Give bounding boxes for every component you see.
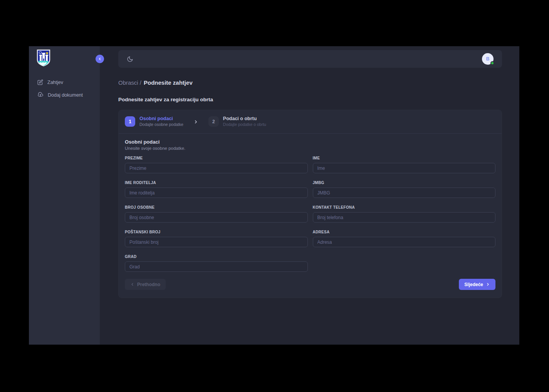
field-broj-osobne: BROJ OSOBNE	[125, 205, 308, 223]
app-window: Zahtjev Dodaj dokument B Obrasci / Podne…	[29, 46, 519, 345]
field-label: POŠTANSKI BROJ	[125, 230, 308, 234]
wizard-stepper: 1 Osobni podaci Dodajte osobne podatke 2…	[119, 110, 502, 134]
step-number-badge: 2	[208, 116, 219, 127]
field-kontakt-telefona: KONTAKT TELEFONA	[313, 205, 496, 223]
next-button-label: Sljedeće	[464, 282, 483, 287]
sidebar-item-label: Dodaj dokument	[48, 92, 83, 98]
main-content: B Obrasci / Podnesite zahtjev Podnesite …	[100, 46, 519, 345]
previous-button[interactable]: Prethodno	[125, 279, 166, 290]
previous-button-label: Prethodno	[137, 282, 160, 287]
field-grid: PREZIME IME IME RODITELJA JMBG	[125, 156, 495, 272]
sidebar-collapse-button[interactable]	[96, 55, 104, 63]
sidebar-nav: Zahtjev Dodaj dokument	[29, 76, 100, 101]
section-title: Osobni podaci	[125, 139, 495, 145]
chevron-left-icon	[130, 282, 134, 286]
broj-osobne-input[interactable]	[125, 212, 308, 223]
field-postanski-broj: POŠTANSKI BROJ	[125, 230, 308, 247]
field-label: JMBG	[313, 181, 496, 185]
chevron-left-icon	[98, 57, 102, 61]
step-number-badge: 1	[125, 116, 135, 127]
field-label: PREZIME	[125, 156, 308, 160]
online-status-dot	[490, 61, 494, 65]
app-logo	[29, 46, 100, 67]
form-body: Osobni podaci Unesite svoje osobne podat…	[119, 134, 502, 298]
form-card: 1 Osobni podaci Dodajte osobne podatke 2…	[118, 110, 502, 298]
edit-icon	[37, 79, 43, 85]
field-prezime: PREZIME	[125, 156, 308, 173]
step-title: Osobni podaci	[139, 116, 183, 122]
step-subtitle: Dodajte podatke o obrtu	[223, 122, 266, 127]
sidebar-item-zahtjev[interactable]: Zahtjev	[29, 76, 100, 89]
sidebar-item-label: Zahtjev	[47, 80, 63, 85]
adresa-input[interactable]	[313, 237, 496, 247]
field-label: GRAD	[125, 255, 308, 259]
field-grad: GRAD	[125, 255, 308, 272]
prezime-input[interactable]	[125, 163, 308, 173]
field-label: IME	[313, 156, 496, 160]
field-ime-roditelja: IME RODITELJA	[125, 181, 308, 198]
step-title: Podaci o obrtu	[223, 116, 266, 122]
field-label: KONTAKT TELEFONA	[313, 205, 496, 209]
grad-input[interactable]	[125, 261, 308, 272]
jmbg-input[interactable]	[313, 188, 496, 198]
chevron-right-icon	[486, 282, 490, 286]
step-osobni-podaci[interactable]: 1 Osobni podaci Dodajte osobne podatke	[125, 116, 183, 127]
field-ime: IME	[313, 156, 496, 173]
breadcrumb: Obrasci / Podnesite zahtjev	[118, 79, 519, 86]
field-label: ADRESA	[313, 230, 496, 234]
page-title: Podnesite zahtjev za registraciju obrta	[118, 97, 519, 102]
next-button[interactable]: Sljedeće	[459, 279, 495, 290]
sidebar-item-dodaj-dokument[interactable]: Dodaj dokument	[29, 89, 100, 101]
form-actions: Prethodno Sljedeće	[125, 279, 495, 290]
cloud-upload-icon	[37, 92, 44, 98]
topbar: B	[118, 50, 502, 68]
step-podaci-o-obrtu[interactable]: 2 Podaci o obrtu Dodajte podatke o obrtu	[208, 116, 266, 127]
ime-input[interactable]	[313, 163, 496, 173]
moon-icon	[127, 56, 133, 62]
chevron-right-icon	[193, 119, 198, 124]
coat-of-arms-icon	[37, 49, 50, 67]
section-subtitle: Unesite svoje osobne podatke.	[125, 146, 495, 151]
field-label: BROJ OSOBNE	[125, 205, 308, 209]
field-label: IME RODITELJA	[125, 181, 308, 185]
field-adresa: ADRESA	[313, 230, 496, 247]
field-jmbg: JMBG	[313, 181, 496, 198]
breadcrumb-current: Podnesite zahtjev	[144, 79, 193, 86]
theme-toggle-button[interactable]	[127, 56, 133, 62]
postanski-broj-input[interactable]	[125, 237, 308, 247]
ime-roditelja-input[interactable]	[125, 188, 308, 198]
kontakt-telefona-input[interactable]	[313, 212, 496, 223]
sidebar: Zahtjev Dodaj dokument	[29, 46, 100, 345]
breadcrumb-parent-link[interactable]: Obrasci /	[118, 79, 141, 86]
user-avatar[interactable]: B	[482, 53, 494, 65]
step-subtitle: Dodajte osobne podatke	[139, 122, 183, 127]
